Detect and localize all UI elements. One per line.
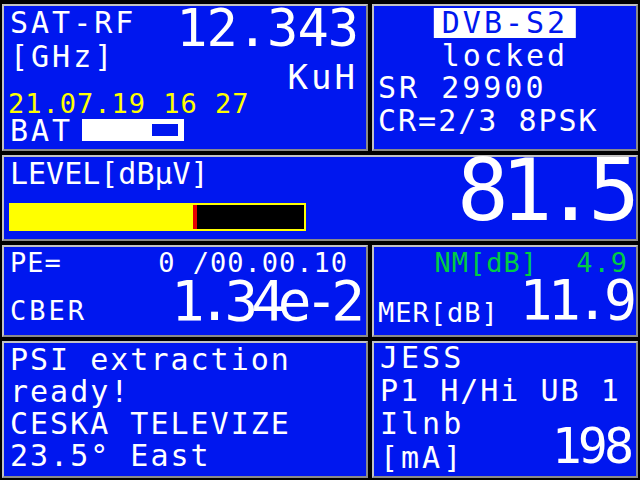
battery-gauge-notch: [152, 124, 178, 136]
mer-value: 11.9: [520, 273, 632, 328]
level-panel: LEVEL[dBµV] 81.5: [2, 155, 638, 241]
symbol-rate: SR 29900: [378, 73, 547, 103]
band-polarization: KuH: [288, 60, 358, 94]
lnb-panel: JESS P1 H/Hi UB 1 Ilnb [mA] 198: [372, 341, 638, 478]
lnb-port-band: P1 H/Hi UB 1: [380, 376, 621, 406]
meter-screen: SAT-RF [GHz] 12.343 KuH 21.07.19 16 27 B…: [0, 0, 640, 480]
sat-rf-panel: SAT-RF [GHz] 12.343 KuH 21.07.19 16 27 B…: [2, 4, 368, 151]
level-bargraph-empty: [197, 205, 304, 229]
cber-label: CBER: [10, 297, 87, 324]
cber-value: 1.34e-2: [171, 273, 358, 329]
psi-status-line2: ready!: [10, 377, 130, 407]
level-bargraph-fill: [11, 205, 193, 229]
lock-status: locked: [442, 41, 568, 71]
lnb-current-label: Ilnb: [380, 409, 464, 439]
level-value: 81.5: [457, 147, 632, 233]
service-info-panel: PSI extraction ready! CESKA TELEVIZE 23.…: [2, 341, 368, 478]
frequency-value: 12.343: [176, 2, 358, 54]
pe-label: PE=: [10, 249, 62, 276]
cber-panel: PE= 0 /00.00.10 CBER 1.34e-2: [2, 245, 368, 337]
sat-rf-unit-label: [GHz]: [10, 42, 115, 72]
psi-status-line1: PSI extraction: [10, 345, 291, 375]
battery-label: BAT: [10, 116, 73, 146]
lnb-current-unit: [mA]: [380, 443, 464, 473]
mer-label: MER[dB]: [378, 299, 499, 326]
dvb-status-panel: DVB-S2 locked SR 29900 CR=2/3 8PSK: [372, 4, 638, 151]
sat-rf-label: SAT-RF: [10, 8, 136, 38]
battery-gauge: [82, 119, 184, 141]
lnb-current-value: 198: [552, 421, 630, 471]
service-name: CESKA TELEVIZE: [10, 409, 291, 439]
level-label: LEVEL[dBµV]: [10, 159, 209, 189]
orbital-position: 23.5° East: [10, 441, 211, 471]
lnb-mode: JESS: [380, 343, 464, 373]
mer-panel: NM[dB] 4.9 MER[dB] 11.9: [372, 245, 638, 337]
dvb-standard-badge: DVB-S2: [434, 8, 576, 38]
code-rate-modulation: CR=2/3 8PSK: [378, 106, 599, 136]
level-bargraph: [9, 203, 306, 231]
